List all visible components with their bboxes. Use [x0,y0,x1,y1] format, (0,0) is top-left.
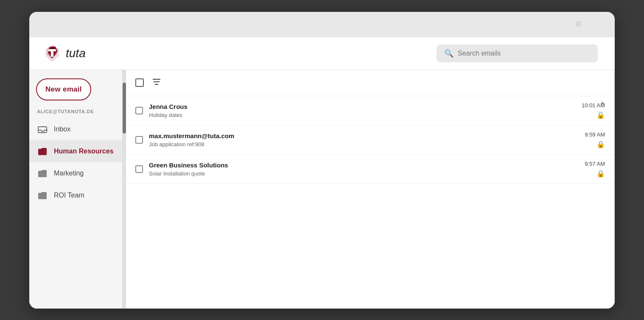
filter-icon[interactable] [151,77,162,89]
email-meta-2: 9:59 AM 🔒 [585,131,605,148]
search-bar[interactable]: 🔍 [437,45,598,62]
logo-text: tuta [66,47,86,60]
email-checkbox-1[interactable] [135,107,143,114]
collapse-indicator: ▲ [600,100,605,106]
email-content-3: Green Business Solutions Solar Installat… [149,161,579,177]
app-container: tuta 🔍 New email ALICE@TUTANOTA.DE Inbo [29,37,615,309]
search-input[interactable] [458,50,590,57]
search-icon: 🔍 [444,49,454,58]
email-subject-3: Solar Installation quote [149,170,579,177]
email-content-2: max.mustermann@tuta.com Job application … [149,132,579,147]
email-time-2: 9:59 AM [585,131,605,138]
email-sender-1: Jenna Crous [149,103,576,110]
email-list-panel: ▲ Jenna Crous Holiday dates 10:01 AM 🔒 [126,70,615,309]
email-row[interactable]: Jenna Crous Holiday dates 10:01 AM 🔒 [126,96,614,125]
sidebar-item-inbox[interactable]: Inbox [29,118,122,140]
sidebar-item-roi-team[interactable]: ROI Team [29,184,122,206]
device-frame: tuta 🔍 New email ALICE@TUTANOTA.DE Inbo [29,12,615,309]
lock-icon-1: 🔒 [596,111,605,119]
marketing-folder-icon [37,168,48,179]
main-body: New email ALICE@TUTANOTA.DE Inbox [29,70,615,309]
camera-dot [576,21,581,26]
email-meta-3: 9:57 AM 🔒 [585,161,605,178]
sidebar-item-inbox-label: Inbox [54,125,70,133]
svg-rect-2 [48,49,56,51]
email-time-3: 9:57 AM [585,161,605,167]
tuta-logo-icon [42,43,62,64]
inbox-icon [37,124,48,135]
header-bar: tuta 🔍 [29,37,615,70]
lock-icon-2: 🔒 [596,140,605,148]
lock-icon-3: 🔒 [596,170,605,178]
email-subject-1: Holiday dates [149,112,576,118]
email-sender-2: max.mustermann@tuta.com [149,132,579,139]
sidebar-item-roi-team-label: ROI Team [54,192,84,199]
sidebar-item-marketing-label: Marketing [54,170,84,177]
account-label: ALICE@TUTANOTA.DE [29,109,122,118]
email-sender-3: Green Business Solutions [149,161,579,169]
new-email-button[interactable]: New email [36,78,91,100]
roi-team-folder-icon [37,190,48,201]
human-resources-folder-icon [37,146,48,157]
email-checkbox-2[interactable] [135,136,143,144]
sidebar: New email ALICE@TUTANOTA.DE Inbox [29,70,123,309]
sidebar-scrollbar-thumb[interactable] [123,83,126,134]
email-content-1: Jenna Crous Holiday dates [149,103,576,118]
sidebar-item-human-resources-label: Human Resources [54,147,114,155]
email-list-container: ▲ Jenna Crous Holiday dates 10:01 AM 🔒 [126,96,614,309]
sidebar-item-human-resources[interactable]: Human Resources [29,140,122,162]
sidebar-item-marketing[interactable]: Marketing [29,162,122,184]
logo-area: tuta [42,43,86,64]
email-checkbox-3[interactable] [135,165,143,173]
sidebar-scrollbar-track[interactable] [123,70,126,309]
email-row[interactable]: Green Business Solutions Solar Installat… [126,155,614,184]
email-subject-2: Job application ref:908 [149,141,579,147]
email-row[interactable]: max.mustermann@tuta.com Job application … [126,125,614,155]
select-all-checkbox[interactable] [135,78,144,87]
list-toolbar [126,70,614,96]
